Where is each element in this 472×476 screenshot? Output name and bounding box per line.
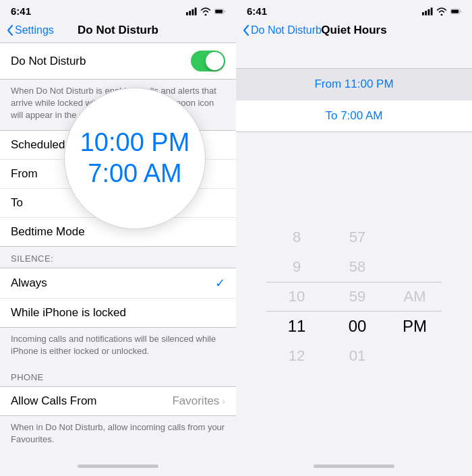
picker-wrapper: 8 9 10 11 12 1 2 57 58 59 00 01 02 03 (266, 222, 442, 371)
from-row-right-label: From 11:00 PM (314, 78, 393, 91)
minute-item-00: 00 (327, 311, 388, 341)
right-top-spacer (236, 42, 472, 63)
right-time: 6:41 (247, 5, 267, 17)
do-not-disturb-toggle[interactable] (191, 51, 225, 71)
silence-section: Always ✓ While iPhone is locked (0, 268, 236, 328)
hour-item-11: 11 (266, 311, 327, 341)
ampm-column[interactable]: AM PM (388, 222, 442, 371)
time-picker[interactable]: 8 9 10 11 12 1 2 57 58 59 00 01 02 03 (236, 132, 472, 460)
always-row[interactable]: Always ✓ (0, 268, 236, 299)
silence-header: SILENCE: (0, 247, 236, 268)
silence-description: Incoming calls and notifications will be… (0, 328, 236, 365)
allow-calls-value: Favorites › (172, 394, 225, 408)
left-time: 6:41 (11, 5, 31, 17)
to-row-right-label: To 7:00 AM (325, 109, 382, 123)
right-signal-icon (422, 7, 433, 16)
allow-calls-row[interactable]: Allow Calls From Favorites › (0, 387, 236, 415)
svg-rect-0 (186, 11, 188, 15)
while-locked-row[interactable]: While iPhone is locked (0, 299, 236, 327)
svg-rect-1 (189, 11, 191, 16)
phone-section: Allow Calls From Favorites › (0, 386, 236, 416)
always-label: Always (11, 276, 47, 290)
right-nav-bar: Do Not Disturb Quiet Hours (236, 20, 472, 42)
allow-calls-chevron: › (222, 396, 225, 407)
right-back-label: Do Not Disturb (251, 24, 322, 36)
right-status-icons (422, 7, 461, 16)
minute-item-57: 57 (327, 222, 388, 252)
svg-rect-11 (451, 9, 459, 13)
hour-item-8: 8 (266, 222, 327, 252)
svg-rect-8 (427, 9, 430, 15)
minute-item-59: 59 (327, 282, 388, 311)
left-title: Do Not Disturb (78, 24, 158, 37)
svg-rect-9 (431, 7, 433, 15)
minutes-column[interactable]: 57 58 59 00 01 02 03 (327, 222, 388, 371)
do-not-disturb-label: Do Not Disturb (11, 55, 86, 68)
left-status-bar: 6:41 (0, 0, 236, 20)
from-row-right[interactable]: From 11:00 PM (236, 69, 472, 100)
hour-item-10: 10 (266, 282, 327, 311)
ampm-item-pm: PM (388, 311, 442, 341)
ampm-empty3 (388, 341, 442, 371)
wifi-icon (200, 7, 211, 16)
right-wifi-icon (436, 7, 447, 16)
to-row-right[interactable]: To 7:00 AM (236, 100, 472, 131)
circle-overlay: 10:00 PM 7:00 AM (64, 88, 206, 229)
phone-description: When in Do Not Disturb, allow incoming c… (0, 416, 236, 454)
svg-rect-7 (425, 11, 427, 16)
right-home-area (236, 460, 472, 476)
right-back-button[interactable]: Do Not Disturb (243, 24, 322, 36)
left-chevron-icon (7, 25, 13, 36)
left-status-icons (186, 7, 225, 16)
svg-rect-5 (215, 9, 223, 13)
right-title: Quiet Hours (321, 24, 386, 37)
ampm-item-am: AM (388, 282, 442, 311)
left-panel: 6:41 (0, 0, 236, 476)
scheduled-label: Scheduled (11, 138, 65, 152)
svg-rect-2 (191, 9, 194, 15)
circle-time1: 10:00 PM (80, 127, 190, 158)
minute-item-58: 58 (327, 252, 388, 282)
svg-rect-3 (195, 7, 197, 15)
hour-item-12: 12 (266, 341, 327, 371)
right-chevron-icon (243, 25, 249, 36)
to-label: To (11, 196, 23, 210)
minute-item-01: 01 (327, 341, 388, 371)
battery-icon (214, 7, 225, 16)
do-not-disturb-section: Do Not Disturb (0, 42, 236, 80)
phone-header: PHONE (0, 365, 236, 386)
svg-rect-6 (422, 11, 424, 15)
ampm-empty1 (388, 222, 442, 252)
do-not-disturb-row[interactable]: Do Not Disturb (0, 43, 236, 79)
always-checkmark: ✓ (215, 276, 225, 291)
left-back-label: Settings (15, 24, 54, 36)
left-back-button[interactable]: Settings (7, 24, 54, 36)
left-home-indicator (78, 465, 158, 468)
hours-column[interactable]: 8 9 10 11 12 1 2 (266, 222, 327, 371)
right-panel: 6:41 Do Not Di (236, 0, 472, 476)
right-status-bar: 6:41 (236, 0, 472, 20)
hour-item-9: 9 (266, 252, 327, 282)
right-battery-icon (450, 7, 461, 16)
from-to-section: From 11:00 PM To 7:00 AM (236, 68, 472, 132)
from-label: From (11, 167, 38, 181)
allow-calls-value-text: Favorites (172, 394, 219, 408)
allow-calls-label: Allow Calls From (11, 394, 97, 408)
circle-time2: 7:00 AM (88, 158, 181, 189)
bedtime-mode-label: Bedtime Mode (11, 225, 85, 239)
left-nav-bar: Settings Do Not Disturb (0, 20, 236, 42)
right-home-indicator (314, 465, 394, 468)
ampm-empty2 (388, 252, 442, 282)
signal-icon (186, 7, 197, 16)
while-locked-label: While iPhone is locked (11, 306, 126, 320)
